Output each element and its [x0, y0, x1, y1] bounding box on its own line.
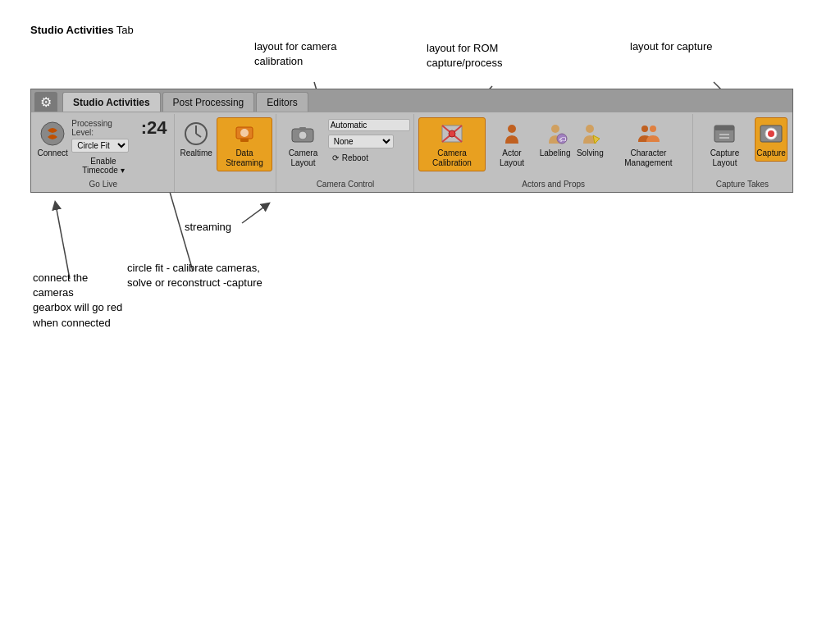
ribbon: Connect Processing Level: Circle Fit Ena… [31, 112, 792, 192]
actor-layout-label: Actor Layout [492, 148, 531, 168]
labeling-button[interactable]: 🏷 Labeling [538, 117, 573, 162]
toolbar-wrapper: ⚙ Studio Activities Post Processing Edit… [30, 89, 793, 193]
capture-label: Capture [756, 148, 786, 158]
group-actors-props: Camera Calibration Actor Layout [415, 114, 693, 192]
timer-value: :24 [141, 117, 167, 139]
realtime-label: Realtime [180, 148, 212, 158]
svg-line-4 [242, 205, 267, 223]
group-capture-takes-content: Capture Layout Capture [697, 116, 788, 185]
svg-point-20 [449, 130, 455, 137]
enable-timecode-label: Enable Timecode ▾ [75, 157, 130, 175]
streaming-annotation: streaming [185, 220, 231, 235]
group-capture-takes: Capture Layout Capture Capture Takes [694, 114, 791, 192]
capture-icon [758, 121, 784, 147]
camera-control-dropdowns: None ⟳ Reboot [328, 117, 410, 164]
svg-point-15 [299, 131, 307, 139]
capture-layout-button[interactable]: Capture Layout [697, 117, 752, 171]
group-realtime: Realtime Data Streaming [176, 114, 277, 192]
processing-level-row: Processing Level: [71, 119, 135, 137]
character-management-icon [635, 121, 661, 147]
realtime-group-label [176, 188, 276, 190]
svg-point-34 [768, 130, 774, 137]
tab-editors[interactable]: Editors [256, 92, 308, 112]
svg-point-22 [551, 125, 559, 133]
app-logo: ⚙ [34, 92, 57, 112]
camera-layout-icon [290, 121, 316, 147]
camera-calibration-label: Camera Calibration [422, 148, 482, 168]
svg-point-27 [650, 126, 656, 132]
processing-level-label: Processing Level: [71, 119, 135, 137]
none-select[interactable]: None [328, 135, 394, 148]
reboot-icon: ⟳ [332, 153, 339, 162]
actors-props-label: Actors and Props [415, 179, 692, 190]
go-live-controls: Processing Level: Circle Fit Enable Time… [71, 117, 135, 177]
realtime-button[interactable]: Realtime [179, 117, 214, 162]
svg-point-25 [586, 125, 594, 133]
svg-line-6 [56, 205, 70, 279]
layout-capture-annotation: layout for capture [630, 39, 712, 54]
capture-takes-label: Capture Takes [694, 179, 791, 190]
data-streaming-icon [231, 121, 258, 147]
camera-control-label: Camera Control [277, 179, 413, 190]
tab-bar: ⚙ Studio Activities Post Processing Edit… [31, 89, 792, 112]
labeling-icon: 🏷 [542, 121, 568, 147]
svg-text:🏷: 🏷 [559, 136, 566, 144]
svg-point-26 [641, 126, 648, 132]
circle-fit-annotation: circle fit - calibrate cameras, solve or… [127, 261, 262, 290]
svg-point-7 [41, 122, 64, 145]
camera-layout-label: Camera Layout [285, 148, 322, 168]
solving-button[interactable]: Solving [575, 117, 606, 162]
connect-label: Connect [38, 148, 68, 158]
svg-rect-13 [240, 139, 249, 142]
solving-icon [577, 121, 603, 147]
svg-line-10 [196, 134, 201, 137]
character-management-label: Character Management [612, 148, 685, 168]
solving-label: Solving [577, 148, 604, 158]
actor-layout-icon [499, 121, 525, 147]
group-camera-control: Camera Layout None ⟳ Reboot Camera Contr… [277, 114, 414, 192]
studio-activities-title: Studio Activities Tab [30, 23, 134, 38]
actor-layout-button[interactable]: Actor Layout [488, 117, 535, 171]
processing-level-select[interactable]: Circle Fit [71, 139, 129, 153]
capture-layout-icon [711, 121, 737, 147]
data-streaming-label: Data Streaming [221, 148, 268, 168]
svg-rect-29 [714, 126, 734, 130]
labeling-label: Labeling [540, 148, 571, 158]
group-go-live: Connect Processing Level: Circle Fit Ena… [33, 114, 175, 192]
svg-point-12 [240, 129, 249, 137]
capture-layout-label: Capture Layout [701, 148, 748, 168]
tab-post-processing[interactable]: Post Processing [162, 92, 255, 112]
character-management-button[interactable]: Character Management [608, 117, 689, 171]
connect-annotation: connect the cameras gearbox will go red … [33, 271, 122, 331]
reboot-label: Reboot [342, 153, 368, 162]
group-actors-props-content: Camera Calibration Actor Layout [418, 116, 689, 185]
timer-display: :24 [138, 117, 171, 139]
tab-studio-activities[interactable]: Studio Activities [62, 92, 161, 112]
svg-point-21 [508, 125, 516, 133]
go-live-label: Go Live [33, 179, 174, 190]
reboot-button[interactable]: ⟳ Reboot [328, 152, 410, 164]
connect-icon [39, 121, 66, 147]
realtime-icon [183, 121, 209, 147]
data-streaming-button[interactable]: Data Streaming [217, 117, 272, 171]
group-realtime-content: Realtime Data Streaming [179, 116, 273, 185]
camera-layout-button[interactable]: Camera Layout [281, 117, 326, 171]
connect-button[interactable]: Connect [36, 117, 69, 162]
camera-calibration-icon [439, 121, 465, 147]
automatic-input[interactable] [328, 119, 410, 131]
capture-button[interactable]: Capture [755, 117, 788, 162]
layout-camera-annotation: layout for camera calibration [254, 39, 336, 69]
enable-timecode-button[interactable]: Enable Timecode ▾ [71, 154, 135, 177]
layout-rom-annotation: layout for ROM capture/process [427, 41, 503, 71]
camera-calibration-button[interactable]: Camera Calibration [418, 117, 486, 171]
group-camera-control-content: Camera Layout None ⟳ Reboot [281, 116, 410, 185]
svg-rect-16 [299, 127, 306, 130]
